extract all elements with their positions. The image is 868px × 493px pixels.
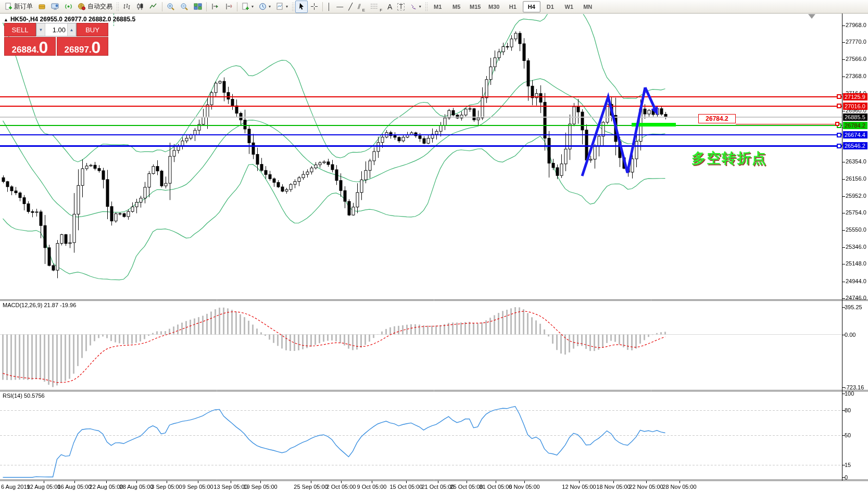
volume-stepper: ▼ 1.00 ▲ xyxy=(36,23,77,36)
time-axis-label: 25 Oct 05:00 xyxy=(450,484,483,490)
timeframe-button-h4[interactable]: H4 xyxy=(523,1,540,12)
toolbar-separator xyxy=(162,2,162,11)
time-axis-label: 13 Sep 05:00 xyxy=(213,484,247,490)
time-axis-label: 19 Sep 05:00 xyxy=(243,484,277,490)
chart-shift-icon xyxy=(224,3,233,10)
collapse-panel-icon[interactable]: ▲ xyxy=(4,17,8,22)
auto-scroll-button[interactable] xyxy=(208,1,222,13)
buy-price-tile[interactable]: 26897.0 xyxy=(57,37,108,56)
zoom-in-button[interactable] xyxy=(164,1,178,13)
timeframe-button-h1[interactable]: H1 xyxy=(504,1,522,12)
time-axis-label: 22 Nov 05:00 xyxy=(629,484,663,490)
arrows-tool-button[interactable]: ▾ xyxy=(407,1,424,13)
crate-icon xyxy=(38,3,46,10)
support-highlight-bar[interactable] xyxy=(632,123,676,127)
timeframe-button-m5[interactable]: M5 xyxy=(448,1,466,12)
resistance-line-1-marker[interactable] xyxy=(837,94,841,99)
one-click-trading-panel: SELL ▼ 1.00 ▲ BUY 26884.0 26897.0 xyxy=(4,23,108,56)
fibonacci-tag: F xyxy=(380,8,382,12)
price-axis-object-label: 26674.4 xyxy=(843,131,867,138)
toolbar-grip xyxy=(425,2,427,11)
candlestick-icon xyxy=(136,3,144,10)
support-line-blue-1[interactable] xyxy=(0,134,842,135)
toolbar-grip xyxy=(116,2,119,11)
vertical-line-icon: │ xyxy=(327,3,331,10)
candlestick-mode-button[interactable] xyxy=(133,1,147,13)
new-order-button[interactable]: 新订单 xyxy=(2,1,35,13)
tile-windows-button[interactable] xyxy=(191,1,205,13)
timeframe-button-mn[interactable]: MN xyxy=(579,1,597,12)
vertical-line-tool-button[interactable]: │ xyxy=(324,1,334,13)
rsi-axis-label: 50 xyxy=(845,432,851,438)
price-axis-tick-label: 25754.0 xyxy=(846,209,866,216)
rsi-axis-label: 0 xyxy=(845,474,848,481)
auto-scroll-icon xyxy=(211,3,219,10)
support-line-green[interactable] xyxy=(0,125,842,126)
price-axis-object-label: 26546.2 xyxy=(843,142,867,149)
trendline-tool-button[interactable]: ╱ xyxy=(346,1,355,13)
text-tool-button[interactable]: A xyxy=(385,1,395,13)
zoom-out-button[interactable] xyxy=(178,1,191,13)
bar-chart-mode-button[interactable] xyxy=(120,1,133,13)
volume-decrease-button[interactable]: ▼ xyxy=(36,23,45,36)
chart-shift-button[interactable] xyxy=(222,1,235,13)
timeframe-button-d1[interactable]: D1 xyxy=(542,1,559,12)
period-button[interactable]: ▾ xyxy=(256,1,273,13)
time-axis-label: 12 Nov 05:00 xyxy=(562,484,596,490)
crosshair-tool-button[interactable] xyxy=(308,1,321,13)
fibonacci-tool-button[interactable]: F xyxy=(368,1,385,13)
bar-chart-icon xyxy=(122,3,131,10)
sell-button[interactable]: SELL xyxy=(4,23,36,36)
line-chart-icon xyxy=(149,3,158,10)
price-axis-tick-label: 24944.0 xyxy=(846,278,866,284)
support-line-blue-1-marker[interactable] xyxy=(837,133,841,137)
time-axis-label: 28 Aug 05:00 xyxy=(120,484,154,490)
toolbar-grip xyxy=(292,2,294,11)
templates-button[interactable]: ▾ xyxy=(273,1,291,13)
cursor-tool-button[interactable] xyxy=(295,1,308,13)
horizontal-line-icon: — xyxy=(336,3,343,10)
buy-price-big-digit: 0 xyxy=(92,41,101,54)
main-toolbar: 新订单 自动交易 xyxy=(0,0,868,14)
new-order-label: 新订单 xyxy=(14,2,33,11)
resistance-line-1[interactable] xyxy=(0,96,842,97)
template-icon xyxy=(276,3,284,10)
autotrading-button[interactable]: 自动交易 xyxy=(75,1,115,13)
price-axis-object-label: 26784.2 xyxy=(843,122,867,129)
buy-button[interactable]: BUY xyxy=(77,23,108,36)
strategy-tester-button[interactable] xyxy=(62,1,75,13)
resistance-line-2[interactable] xyxy=(0,106,842,107)
timeframe-button-m1[interactable]: M1 xyxy=(429,1,447,12)
time-axis-label: 28 Nov 05:00 xyxy=(662,484,696,490)
data-window-button[interactable] xyxy=(48,1,62,13)
timeframe-button-m30[interactable]: M30 xyxy=(485,1,503,12)
line-chart-mode-button[interactable] xyxy=(147,1,160,13)
price-chart-canvas[interactable] xyxy=(0,0,868,493)
volume-value[interactable]: 1.00 xyxy=(45,23,67,36)
sell-price-tile[interactable]: 26884.0 xyxy=(4,37,56,56)
channel-tool-button[interactable]: ⫽E xyxy=(355,1,368,13)
timeframe-button-m15[interactable]: M15 xyxy=(467,1,484,12)
timeframe-group: M1M5M15M30H1H4D1W1MN xyxy=(429,1,597,12)
volume-increase-button[interactable]: ▲ xyxy=(67,23,76,36)
support-line-blue-2[interactable] xyxy=(0,145,842,147)
market-watch-button[interactable] xyxy=(35,1,48,13)
support-line-blue-2-marker[interactable] xyxy=(837,144,841,148)
resistance-line-2-marker[interactable] xyxy=(837,104,841,108)
price-flag-label[interactable]: 26784.2 xyxy=(698,114,736,123)
profiles-button[interactable]: ▾ xyxy=(239,1,256,13)
rsi-indicator-label: RSI(14) 50.5756 xyxy=(3,393,45,399)
time-axis-label: 9 Oct 05:00 xyxy=(357,484,387,490)
timeframe-button-w1[interactable]: W1 xyxy=(560,1,578,12)
turning-point-annotation[interactable]: 多空转折点 xyxy=(691,149,767,168)
sell-price-big-digit: 0 xyxy=(39,41,48,54)
label-tool-button[interactable]: T xyxy=(395,1,407,13)
time-axis-label: 31 Oct 05:00 xyxy=(480,484,512,490)
tile-windows-icon xyxy=(194,3,202,10)
crosshair-icon xyxy=(310,3,318,10)
scroll-anchor-icon[interactable] xyxy=(808,14,815,19)
toolbar-separator xyxy=(206,2,207,11)
horizontal-line-tool-button[interactable]: — xyxy=(334,1,346,13)
price-axis-tick-label: 27566.0 xyxy=(846,56,866,62)
autotrading-label: 自动交易 xyxy=(87,2,112,11)
